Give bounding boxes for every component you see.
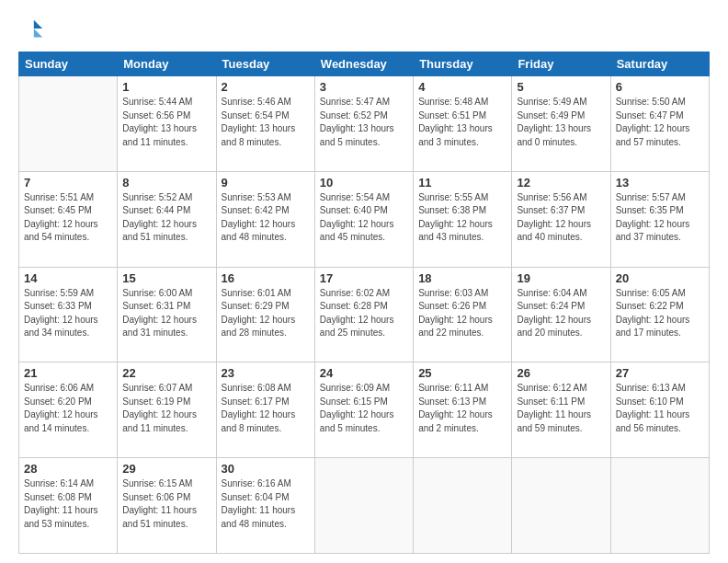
calendar-header-friday: Friday bbox=[512, 52, 610, 76]
day-number: 14 bbox=[24, 271, 112, 285]
day-info: Sunrise: 5:48 AMSunset: 6:51 PMDaylight:… bbox=[418, 96, 506, 149]
calendar-cell: 14Sunrise: 5:59 AMSunset: 6:33 PMDayligh… bbox=[19, 267, 118, 362]
day-number: 8 bbox=[122, 176, 210, 190]
day-number: 13 bbox=[616, 176, 704, 190]
day-info: Sunrise: 6:15 AMSunset: 6:06 PMDaylight:… bbox=[122, 477, 210, 531]
day-info: Sunrise: 5:57 AMSunset: 6:35 PMDaylight:… bbox=[616, 191, 704, 245]
day-info: Sunrise: 6:09 AMSunset: 6:15 PMDaylight:… bbox=[320, 382, 408, 435]
day-number: 7 bbox=[24, 176, 112, 190]
calendar-header-sunday: Sunday bbox=[19, 52, 118, 76]
day-info: Sunrise: 6:08 AMSunset: 6:17 PMDaylight:… bbox=[222, 382, 310, 435]
day-number: 5 bbox=[517, 80, 605, 94]
day-number: 23 bbox=[222, 366, 310, 380]
day-info: Sunrise: 5:49 AMSunset: 6:49 PMDaylight:… bbox=[517, 96, 605, 149]
calendar-cell: 6Sunrise: 5:50 AMSunset: 6:47 PMDaylight… bbox=[610, 76, 709, 172]
day-number: 15 bbox=[122, 271, 210, 285]
day-number: 29 bbox=[122, 462, 210, 476]
calendar-cell: 11Sunrise: 5:55 AMSunset: 6:38 PMDayligh… bbox=[414, 171, 512, 267]
calendar: SundayMondayTuesdayWednesdayThursdayFrid… bbox=[18, 52, 710, 554]
calendar-header-monday: Monday bbox=[118, 52, 216, 76]
day-info: Sunrise: 6:11 AMSunset: 6:13 PMDaylight:… bbox=[418, 382, 506, 435]
day-number: 25 bbox=[418, 366, 506, 380]
calendar-cell: 3Sunrise: 5:47 AMSunset: 6:52 PMDaylight… bbox=[314, 76, 413, 172]
logo bbox=[18, 17, 48, 42]
day-info: Sunrise: 5:55 AMSunset: 6:38 PMDaylight:… bbox=[418, 191, 506, 245]
day-info: Sunrise: 6:02 AMSunset: 6:28 PMDaylight:… bbox=[320, 287, 408, 340]
calendar-header-row: SundayMondayTuesdayWednesdayThursdayFrid… bbox=[19, 52, 710, 76]
calendar-week-1: 1Sunrise: 5:44 AMSunset: 6:56 PMDaylight… bbox=[19, 76, 710, 172]
calendar-cell bbox=[19, 76, 118, 172]
calendar-cell: 24Sunrise: 6:09 AMSunset: 6:15 PMDayligh… bbox=[314, 362, 413, 458]
day-number: 3 bbox=[320, 80, 408, 94]
calendar-cell bbox=[414, 458, 512, 554]
calendar-cell: 26Sunrise: 6:12 AMSunset: 6:11 PMDayligh… bbox=[512, 362, 610, 458]
svg-marker-0 bbox=[34, 20, 42, 29]
day-number: 30 bbox=[222, 462, 310, 476]
calendar-cell: 19Sunrise: 6:04 AMSunset: 6:24 PMDayligh… bbox=[512, 267, 610, 362]
header bbox=[18, 17, 710, 42]
day-info: Sunrise: 5:47 AMSunset: 6:52 PMDaylight:… bbox=[320, 96, 408, 149]
day-info: Sunrise: 6:12 AMSunset: 6:11 PMDaylight:… bbox=[517, 382, 605, 435]
day-number: 21 bbox=[24, 366, 112, 380]
day-number: 16 bbox=[222, 271, 310, 285]
page: SundayMondayTuesdayWednesdayThursdayFrid… bbox=[0, 0, 728, 563]
calendar-cell bbox=[610, 458, 709, 554]
day-info: Sunrise: 6:00 AMSunset: 6:31 PMDaylight:… bbox=[122, 287, 210, 340]
calendar-cell: 16Sunrise: 6:01 AMSunset: 6:29 PMDayligh… bbox=[216, 267, 314, 362]
calendar-cell: 13Sunrise: 5:57 AMSunset: 6:35 PMDayligh… bbox=[610, 171, 709, 267]
calendar-header-wednesday: Wednesday bbox=[314, 52, 413, 76]
calendar-week-3: 14Sunrise: 5:59 AMSunset: 6:33 PMDayligh… bbox=[19, 267, 710, 362]
day-info: Sunrise: 6:13 AMSunset: 6:10 PMDaylight:… bbox=[616, 382, 704, 435]
day-number: 18 bbox=[418, 271, 506, 285]
calendar-cell: 4Sunrise: 5:48 AMSunset: 6:51 PMDaylight… bbox=[414, 76, 512, 172]
day-info: Sunrise: 6:07 AMSunset: 6:19 PMDaylight:… bbox=[122, 382, 210, 435]
day-info: Sunrise: 5:46 AMSunset: 6:54 PMDaylight:… bbox=[222, 96, 310, 149]
day-number: 26 bbox=[517, 366, 605, 380]
calendar-header-thursday: Thursday bbox=[414, 52, 512, 76]
day-number: 6 bbox=[616, 80, 704, 94]
calendar-cell: 10Sunrise: 5:54 AMSunset: 6:40 PMDayligh… bbox=[314, 171, 413, 267]
calendar-cell: 12Sunrise: 5:56 AMSunset: 6:37 PMDayligh… bbox=[512, 171, 610, 267]
day-number: 11 bbox=[418, 176, 506, 190]
day-number: 28 bbox=[24, 462, 112, 476]
day-number: 22 bbox=[122, 366, 210, 380]
logo-icon bbox=[18, 17, 44, 42]
day-info: Sunrise: 6:04 AMSunset: 6:24 PMDaylight:… bbox=[517, 287, 605, 340]
calendar-cell: 25Sunrise: 6:11 AMSunset: 6:13 PMDayligh… bbox=[414, 362, 512, 458]
day-number: 27 bbox=[616, 366, 704, 380]
calendar-cell: 1Sunrise: 5:44 AMSunset: 6:56 PMDaylight… bbox=[118, 76, 216, 172]
day-number: 24 bbox=[320, 366, 408, 380]
calendar-cell: 27Sunrise: 6:13 AMSunset: 6:10 PMDayligh… bbox=[610, 362, 709, 458]
calendar-week-5: 28Sunrise: 6:14 AMSunset: 6:08 PMDayligh… bbox=[19, 458, 710, 554]
calendar-cell: 17Sunrise: 6:02 AMSunset: 6:28 PMDayligh… bbox=[314, 267, 413, 362]
day-info: Sunrise: 6:01 AMSunset: 6:29 PMDaylight:… bbox=[222, 287, 310, 340]
calendar-cell: 30Sunrise: 6:16 AMSunset: 6:04 PMDayligh… bbox=[216, 458, 314, 554]
calendar-cell: 5Sunrise: 5:49 AMSunset: 6:49 PMDaylight… bbox=[512, 76, 610, 172]
day-number: 2 bbox=[222, 80, 310, 94]
day-info: Sunrise: 5:52 AMSunset: 6:44 PMDaylight:… bbox=[122, 191, 210, 245]
calendar-cell: 22Sunrise: 6:07 AMSunset: 6:19 PMDayligh… bbox=[118, 362, 216, 458]
day-number: 17 bbox=[320, 271, 408, 285]
calendar-cell: 2Sunrise: 5:46 AMSunset: 6:54 PMDaylight… bbox=[216, 76, 314, 172]
calendar-cell: 7Sunrise: 5:51 AMSunset: 6:45 PMDaylight… bbox=[19, 171, 118, 267]
day-number: 20 bbox=[616, 271, 704, 285]
svg-marker-1 bbox=[34, 29, 42, 37]
day-number: 4 bbox=[418, 80, 506, 94]
day-info: Sunrise: 6:05 AMSunset: 6:22 PMDaylight:… bbox=[616, 287, 704, 340]
day-number: 10 bbox=[320, 176, 408, 190]
day-info: Sunrise: 5:56 AMSunset: 6:37 PMDaylight:… bbox=[517, 191, 605, 245]
day-info: Sunrise: 5:53 AMSunset: 6:42 PMDaylight:… bbox=[222, 191, 310, 245]
day-number: 1 bbox=[122, 80, 210, 94]
calendar-cell: 29Sunrise: 6:15 AMSunset: 6:06 PMDayligh… bbox=[118, 458, 216, 554]
day-info: Sunrise: 5:59 AMSunset: 6:33 PMDaylight:… bbox=[24, 287, 112, 340]
day-number: 19 bbox=[517, 271, 605, 285]
calendar-cell: 18Sunrise: 6:03 AMSunset: 6:26 PMDayligh… bbox=[414, 267, 512, 362]
calendar-header-tuesday: Tuesday bbox=[216, 52, 314, 76]
calendar-cell: 8Sunrise: 5:52 AMSunset: 6:44 PMDaylight… bbox=[118, 171, 216, 267]
day-info: Sunrise: 5:54 AMSunset: 6:40 PMDaylight:… bbox=[320, 191, 408, 245]
day-info: Sunrise: 6:14 AMSunset: 6:08 PMDaylight:… bbox=[24, 477, 112, 531]
day-info: Sunrise: 5:50 AMSunset: 6:47 PMDaylight:… bbox=[616, 96, 704, 149]
calendar-cell: 28Sunrise: 6:14 AMSunset: 6:08 PMDayligh… bbox=[19, 458, 118, 554]
day-info: Sunrise: 5:44 AMSunset: 6:56 PMDaylight:… bbox=[122, 96, 210, 149]
day-info: Sunrise: 6:16 AMSunset: 6:04 PMDaylight:… bbox=[222, 477, 310, 531]
